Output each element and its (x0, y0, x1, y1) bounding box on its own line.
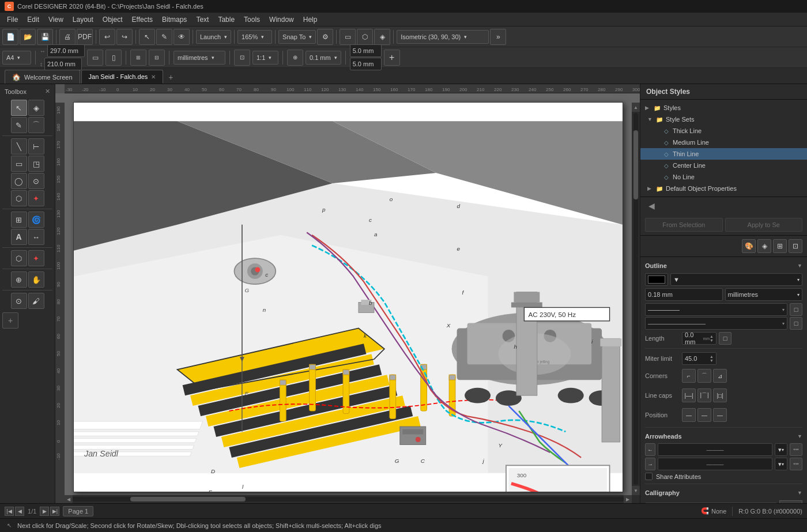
canvas-area[interactable]: // ruler ticks will be drawn via SVG -30… (55, 84, 640, 503)
tree-medium-line[interactable]: ▶ ◇ Medium Line (640, 137, 807, 148)
pdf-btn[interactable]: PDF (77, 29, 93, 45)
arrowhead-left-dropdown[interactable]: ▾ (775, 443, 787, 456)
menu-tools[interactable]: Tools (239, 14, 265, 25)
page-last-btn[interactable]: ▶| (50, 507, 59, 516)
length-down[interactable]: ▼ (710, 338, 714, 342)
menu-edit[interactable]: Edit (22, 14, 44, 25)
tab-welcome[interactable]: 🏠 Welcome Screen (5, 70, 80, 84)
miter-up[interactable]: ▲ (710, 354, 714, 359)
panel-icon1[interactable]: 🎨 (742, 239, 756, 253)
landscape-btn[interactable]: ▯ (105, 50, 122, 66)
freehand-btn[interactable]: ✎ (156, 29, 172, 45)
color-dropdown[interactable]: ▼ (670, 273, 802, 286)
page-next-btn[interactable]: ▶ (40, 507, 49, 516)
pos-btn-inside[interactable]: — (697, 408, 711, 422)
toolbox-close[interactable]: ✕ (45, 88, 50, 95)
snap-dropdown[interactable]: Snap To (278, 30, 316, 44)
hscroll-left-btn[interactable]: ◀ (65, 495, 73, 503)
vscroll-down-btn[interactable]: ▼ (632, 486, 640, 495)
view-btn[interactable]: 👁 (174, 29, 190, 45)
linestyle-field1[interactable]: ————— ▾ (645, 303, 787, 316)
menu-text[interactable]: Text (191, 14, 213, 25)
length-up[interactable]: ▲ (710, 334, 714, 338)
freehand-tool-btn[interactable]: ✎ (11, 117, 27, 133)
corner-btn-miter[interactable]: ⌐ (682, 369, 696, 383)
corner-btn-round[interactable]: ⌒ (697, 369, 711, 383)
view-mode-btn3[interactable]: ◈ (374, 29, 390, 45)
panel-nav-back[interactable]: ◀ (645, 199, 658, 212)
tab-close-btn[interactable]: ✕ (151, 74, 156, 80)
tree-thin-line[interactable]: ▶ ◇ Thin Line (640, 148, 807, 160)
menu-window[interactable]: Window (265, 14, 299, 25)
menu-view[interactable]: View (44, 14, 68, 25)
units-dropdown[interactable]: millimetres (174, 51, 225, 65)
arrowhead-right-style[interactable]: ——— (658, 458, 772, 470)
save-btn[interactable]: 💾 (37, 29, 53, 45)
page-width-field[interactable]: 297.0 mm (47, 44, 85, 57)
text-tool-btn[interactable]: A (11, 229, 27, 245)
calligraphy-field[interactable]: 100 (645, 503, 777, 503)
select-tool-btn[interactable]: ↖ (11, 100, 27, 116)
scale-dropdown[interactable]: 1:1 (252, 51, 278, 65)
paint-tool-btn[interactable]: 🖌 (28, 293, 44, 309)
page-canvas[interactable]: falch world of water jetting (73, 102, 623, 492)
miter-field[interactable]: 45.0 ▲ ▼ (682, 352, 717, 365)
new-btn[interactable]: 📄 (2, 29, 18, 45)
tree-no-line[interactable]: ▶ ◇ No Line (640, 171, 807, 183)
rectangle-tool-btn[interactable]: ▭ (11, 156, 27, 172)
zoom-dropdown[interactable]: 165% (237, 30, 272, 44)
print-btn[interactable]: 🖨 (59, 29, 76, 45)
arrowhead-left-options[interactable]: ••• (790, 443, 802, 456)
nudge-dropdown[interactable]: 0.1 mm (306, 51, 341, 65)
eyedropper-tool-btn[interactable]: ⊙ (11, 293, 27, 309)
tree-styles[interactable]: ▶ 📁 Styles (640, 102, 807, 114)
menu-effects[interactable]: Effects (127, 14, 157, 25)
pan-tool-btn[interactable]: ✋ (28, 271, 44, 288)
pos-btn-center[interactable]: — (682, 408, 696, 422)
arrowheads-section-header[interactable]: Arrowheads ▼ (645, 431, 802, 442)
ellipse-tool-btn[interactable]: ◯ (11, 173, 27, 189)
horizontal-scrollbar[interactable]: ◀ ▶ (65, 495, 632, 503)
outline-section-header[interactable]: Outline ▼ (645, 261, 802, 271)
miter-spin[interactable]: ▲ ▼ (710, 354, 714, 363)
pos-btn-outside[interactable]: — (713, 408, 727, 422)
miter-down[interactable]: ▼ (710, 359, 714, 363)
zoom-tool-btn[interactable]: ⊕ (11, 271, 27, 288)
node-tool-btn[interactable]: ◈ (28, 100, 44, 116)
vertical-scrollbar[interactable]: ▲ ▼ (632, 103, 640, 495)
tree-default-props[interactable]: ▶ 📁 Default Object Properties (640, 183, 807, 194)
page-height-field[interactable]: 210.0 mm (44, 58, 82, 70)
tab-document[interactable]: Jan Seidl - Falch.des ✕ (81, 70, 164, 84)
table-tool-btn[interactable]: ⊞ (11, 212, 27, 228)
page-prev-btn[interactable]: ◀ (15, 507, 24, 516)
snap-settings-btn[interactable]: ⚙ (317, 29, 333, 45)
panel-icon4[interactable]: ⊡ (789, 239, 802, 253)
page-first-btn[interactable]: |◀ (5, 507, 14, 516)
spiral-tool-btn[interactable]: 🌀 (28, 212, 44, 228)
width-field[interactable]: 0.18 mm (645, 288, 723, 301)
length-spin[interactable]: ▲ ▼ (710, 334, 714, 342)
bspline-tool-btn[interactable]: ⌒ (28, 117, 44, 133)
select-btn[interactable]: ↖ (139, 29, 155, 45)
add-page-btn[interactable]: + (384, 50, 400, 66)
tree-thick-line[interactable]: ▶ ◇ Thick Line (640, 125, 807, 137)
undo-btn[interactable]: ↩ (99, 29, 115, 45)
menu-layout[interactable]: Layout (68, 14, 98, 25)
ellipse3pt-tool-btn[interactable]: ⊙ (28, 173, 44, 189)
width-unit-dropdown[interactable]: millimetres (725, 288, 803, 301)
linecap-btn-round[interactable]: |⌒| (697, 388, 711, 402)
linestyle-opt1[interactable]: □ (790, 303, 802, 316)
menu-table[interactable]: Table (213, 14, 239, 25)
launch-dropdown[interactable]: Launch (196, 30, 231, 44)
apply-to-selection-btn[interactable]: Apply to Se (725, 218, 803, 232)
canvas-viewport[interactable]: falch world of water jetting (65, 93, 632, 495)
arrowhead-right-options[interactable]: ••• (790, 458, 802, 470)
corner-btn-bevel[interactable]: ⊿ (713, 369, 727, 383)
color-swatch[interactable] (645, 273, 668, 286)
menu-bitmaps[interactable]: Bitmaps (157, 14, 191, 25)
page-tab[interactable]: Page 1 (63, 506, 93, 516)
vscroll-thumb[interactable] (633, 130, 638, 199)
linecap-btn-flat[interactable]: |—| (682, 388, 696, 402)
connector-tool-btn[interactable]: ⊢ (28, 138, 44, 154)
tb2-btn2[interactable]: ⊟ (149, 50, 165, 66)
